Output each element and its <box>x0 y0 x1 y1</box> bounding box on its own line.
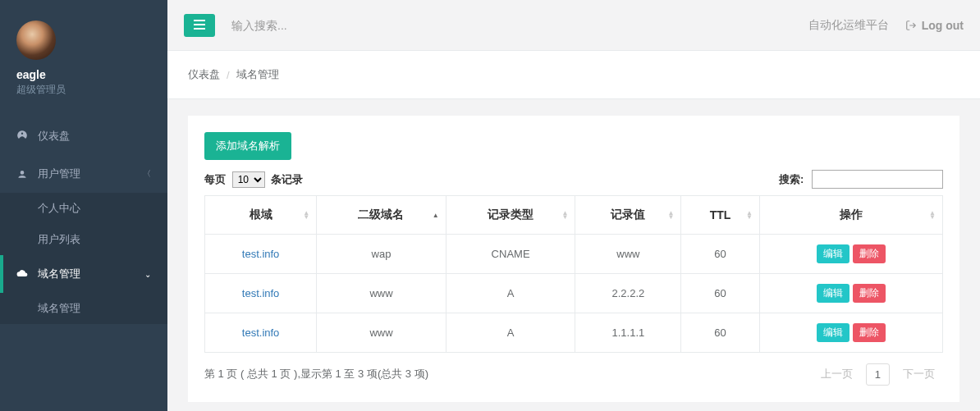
cell-value: www <box>575 235 681 274</box>
sidebar-nav: 仪表盘 用户管理 〈 个人中心 用户列表 域名管理 ⌄ 域名 <box>0 117 167 324</box>
cell-value: 2.2.2.2 <box>575 274 681 313</box>
sidebar-item-label: 仪表盘 <box>38 129 70 144</box>
cell-root: test.info <box>205 274 317 313</box>
platform-label: 自动化运维平台 <box>808 18 889 33</box>
pager: 上一页 1 下一页 <box>813 363 943 386</box>
page-length-control: 每页 10 条记录 <box>204 171 303 188</box>
sidebar-item-users[interactable]: 用户管理 〈 <box>0 155 167 193</box>
page-number[interactable]: 1 <box>866 363 890 386</box>
cell-type: A <box>446 274 575 313</box>
edit-button[interactable]: 编辑 <box>817 284 849 303</box>
delete-button[interactable]: 删除 <box>853 244 886 263</box>
cell-root: test.info <box>205 313 317 353</box>
edit-button[interactable]: 编辑 <box>817 323 849 342</box>
col-sub[interactable]: 二级域名 <box>317 196 446 235</box>
sidebar-item-label: 用户管理 <box>38 167 80 181</box>
logout-icon <box>905 20 917 31</box>
col-value[interactable]: 记录值 <box>575 196 681 235</box>
svg-rect-2 <box>194 28 205 30</box>
sort-icon <box>929 211 936 219</box>
content: 添加域名解析 每页 10 条记录 搜索: 根域 <box>167 99 980 411</box>
delete-button[interactable]: 删除 <box>853 323 886 342</box>
cell-ttl: 60 <box>681 313 760 353</box>
logout-link[interactable]: Log out <box>905 19 964 32</box>
page-length-select[interactable]: 10 <box>232 171 265 188</box>
svg-rect-1 <box>194 24 205 25</box>
records-table: 根域 二级域名 记录类型 记录值 TTL 操作 test.infowapCNAM… <box>204 195 943 353</box>
top-nav: 自动化运维平台 Log out <box>167 0 980 51</box>
sort-icon <box>433 213 439 217</box>
main-area: 自动化运维平台 Log out 仪表盘 / 域名管理 添加域名解析 每页 10 … <box>167 0 980 411</box>
col-ttl[interactable]: TTL <box>681 196 760 235</box>
sort-icon <box>746 211 753 219</box>
users-icon <box>16 167 30 181</box>
cell-sub: www <box>317 274 446 313</box>
cell-actions: 编辑删除 <box>759 235 942 274</box>
breadcrumb-root[interactable]: 仪表盘 <box>188 67 220 82</box>
sidebar-item-domain[interactable]: 域名管理 ⌄ <box>0 255 167 293</box>
sidebar-toggle-button[interactable] <box>184 14 215 37</box>
add-record-button[interactable]: 添加域名解析 <box>204 132 291 160</box>
sidebar: eagle 超级管理员 仪表盘 用户管理 〈 个人中心 用户列表 <box>0 0 167 411</box>
prev-page-button[interactable]: 上一页 <box>813 363 861 386</box>
table-row: test.infowwwA2.2.2.260编辑删除 <box>205 274 943 313</box>
sidebar-item-label: 域名管理 <box>38 267 80 281</box>
profile-block: eagle 超级管理员 <box>0 0 167 109</box>
next-page-button[interactable]: 下一页 <box>895 363 943 386</box>
table-row: test.infowapCNAMEwww60编辑删除 <box>205 235 943 274</box>
cell-actions: 编辑删除 <box>759 274 942 313</box>
root-link[interactable]: test.info <box>242 287 280 299</box>
table-controls: 每页 10 条记录 搜索: <box>204 170 943 189</box>
cell-sub: www <box>317 313 446 353</box>
avatar[interactable] <box>16 21 56 60</box>
cell-ttl: 60 <box>681 235 760 274</box>
col-type[interactable]: 记录类型 <box>446 196 575 235</box>
cell-actions: 编辑删除 <box>759 313 942 353</box>
cell-type: CNAME <box>446 235 575 274</box>
sort-icon <box>303 211 309 219</box>
table-search-input[interactable] <box>812 170 943 189</box>
bars-icon <box>194 20 205 30</box>
search-input[interactable] <box>231 19 396 32</box>
edit-button[interactable]: 编辑 <box>817 244 849 263</box>
user-role: 超级管理员 <box>16 83 151 97</box>
sidebar-sub-userlist[interactable]: 用户列表 <box>0 224 167 255</box>
col-root[interactable]: 根域 <box>205 196 317 235</box>
table-info: 第 1 页 ( 总共 1 页 ),显示第 1 至 3 项(总共 3 项) <box>204 367 428 381</box>
col-actions[interactable]: 操作 <box>759 196 942 235</box>
chevron-down-icon: ⌄ <box>144 270 151 279</box>
cloud-icon <box>16 267 30 281</box>
breadcrumb-separator: / <box>227 69 230 81</box>
cell-type: A <box>446 313 575 353</box>
sidebar-sub-domain-manage[interactable]: 域名管理 <box>0 293 167 324</box>
sidebar-sub-profile[interactable]: 个人中心 <box>0 193 167 224</box>
table-row: test.infowwwA1.1.1.160编辑删除 <box>205 313 943 353</box>
sidebar-sub-domain: 域名管理 <box>0 293 167 324</box>
sort-icon <box>667 211 674 219</box>
cell-sub: wap <box>317 235 446 274</box>
root-link[interactable]: test.info <box>242 248 280 260</box>
breadcrumb: 仪表盘 / 域名管理 <box>167 51 980 99</box>
chevron-left-icon: 〈 <box>143 168 151 180</box>
cell-value: 1.1.1.1 <box>575 313 681 353</box>
breadcrumb-current: 域名管理 <box>236 67 279 82</box>
sidebar-item-dashboard[interactable]: 仪表盘 <box>0 117 167 155</box>
svg-rect-0 <box>194 20 205 21</box>
cell-root: test.info <box>205 235 317 274</box>
sidebar-sub-users: 个人中心 用户列表 <box>0 193 167 255</box>
table-search-control: 搜索: <box>779 170 943 189</box>
table-footer: 第 1 页 ( 总共 1 页 ),显示第 1 至 3 项(总共 3 项) 上一页… <box>204 363 943 386</box>
panel: 添加域名解析 每页 10 条记录 搜索: 根域 <box>188 116 959 402</box>
username: eagle <box>16 68 151 81</box>
cell-ttl: 60 <box>681 274 760 313</box>
dashboard-icon <box>16 130 30 144</box>
root-link[interactable]: test.info <box>242 327 280 339</box>
delete-button[interactable]: 删除 <box>853 284 886 303</box>
sort-icon <box>561 211 568 219</box>
